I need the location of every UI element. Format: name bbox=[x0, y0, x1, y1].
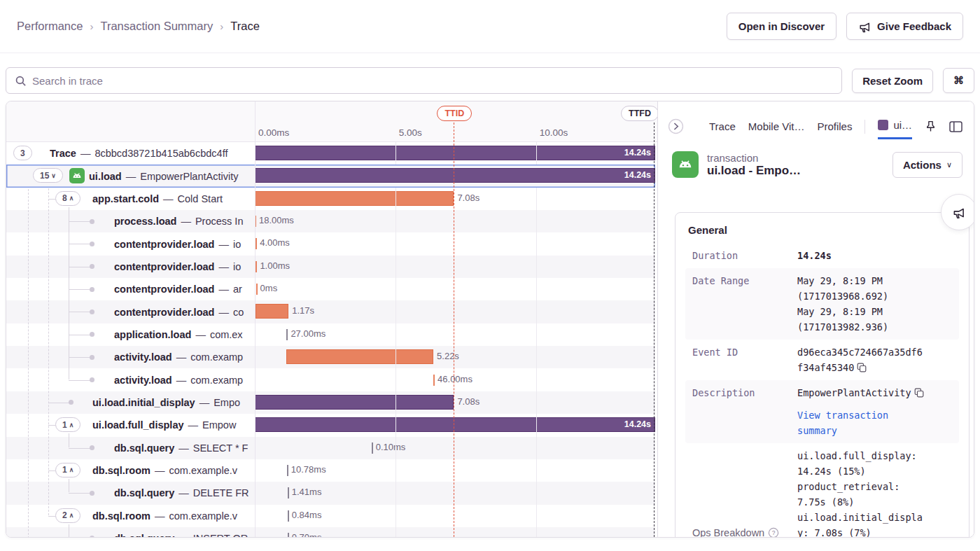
layout-left-icon[interactable] bbox=[949, 121, 962, 132]
span-bar[interactable]: 14.24s bbox=[255, 168, 655, 183]
span-bar[interactable] bbox=[255, 395, 454, 410]
span-op: db.sql.query bbox=[114, 442, 174, 454]
row-expand-pill[interactable]: 1∧ bbox=[55, 417, 80, 432]
drawer-tab-mobilevit[interactable]: Mobile Vit… bbox=[748, 120, 805, 139]
span-description: com.ex bbox=[210, 329, 243, 340]
kv-value: May 29, 8:19 PM (1717013968.692) May 29,… bbox=[797, 273, 952, 335]
span-separator: — bbox=[195, 329, 206, 340]
trace-row[interactable]: 3Trace—8cbbcd38721b415ab6cbdc4ff14.24s bbox=[6, 142, 655, 165]
kv-value: ui.load.full_display: 14.24s (15%)produc… bbox=[797, 448, 952, 538]
row-expand-pill[interactable]: 3 bbox=[13, 146, 32, 160]
tree-connector bbox=[69, 493, 92, 494]
trace-row[interactable]: db.sql.query—DELETE FR1.41ms bbox=[6, 482, 655, 504]
span-tick[interactable] bbox=[256, 284, 258, 295]
tree-connector bbox=[69, 267, 92, 267]
span-description: co bbox=[233, 307, 244, 318]
tab-label: ui… bbox=[893, 119, 912, 131]
drawer-tab-trace[interactable]: Trace bbox=[709, 120, 736, 139]
search-input[interactable] bbox=[32, 75, 833, 87]
trace-row[interactable]: activity.load—com.examp5.22s bbox=[6, 346, 655, 368]
span-tick[interactable] bbox=[433, 375, 435, 386]
span-bar[interactable] bbox=[255, 304, 288, 319]
span-tick[interactable] bbox=[288, 533, 289, 538]
tree-guide-line bbox=[28, 165, 29, 538]
help-icon[interactable]: ? bbox=[768, 527, 779, 538]
pin-icon[interactable] bbox=[925, 120, 937, 132]
collapse-panel-button[interactable] bbox=[668, 118, 684, 134]
kv-value: 14.24s bbox=[797, 248, 952, 263]
trace-row[interactable]: 1∧ui.load.full_display—Empow14.24s bbox=[6, 414, 655, 436]
span-bar[interactable]: 14.24s bbox=[255, 417, 655, 432]
span-op: ui.load.full_display bbox=[92, 419, 184, 431]
chevron-up-icon: ∧ bbox=[69, 512, 74, 519]
span-separator: — bbox=[218, 239, 229, 250]
row-expand-pill[interactable]: 8∧ bbox=[55, 191, 80, 206]
copy-icon[interactable] bbox=[914, 388, 924, 398]
tree-leaf-dot bbox=[90, 445, 94, 450]
trace-row[interactable]: activity.load—com.examp46.00ms bbox=[6, 369, 655, 391]
span-bar[interactable] bbox=[286, 349, 433, 364]
trace-row[interactable]: contentprovider.load—ar0ms bbox=[6, 278, 655, 300]
trace-row[interactable]: 15∨ui.load—EmpowerPlantActivity14.24s bbox=[6, 165, 655, 187]
timeline-cell: 46.00ms bbox=[255, 369, 655, 391]
span-bar[interactable]: 14.24s bbox=[255, 146, 655, 160]
duration-label: 14.24s bbox=[624, 170, 651, 180]
span-tick[interactable] bbox=[288, 487, 289, 498]
duration-label: 7.08s bbox=[457, 396, 479, 407]
tree-leaf-dot bbox=[90, 536, 94, 538]
span-tick[interactable] bbox=[255, 261, 257, 272]
span-description: com.example.v bbox=[169, 465, 237, 476]
span-tick[interactable] bbox=[287, 465, 288, 476]
span-description: io bbox=[233, 261, 241, 272]
trace-row[interactable]: db.sql.query—INSERT OR0.70ms bbox=[6, 527, 655, 538]
timeline-cell: 18.00ms bbox=[255, 210, 655, 232]
trace-row[interactable]: 8∧app.start.cold—Cold Start7.08s bbox=[6, 188, 655, 210]
trace-row[interactable]: 2∧db.sql.room—com.example.v0.84ms bbox=[6, 505, 655, 527]
row-expand-pill[interactable]: 2∧ bbox=[55, 508, 80, 523]
trace-row[interactable]: application.load—com.ex27.00ms bbox=[6, 323, 655, 346]
open-in-discover-button[interactable]: Open in Discover bbox=[727, 13, 836, 40]
duration-label: 46.00ms bbox=[438, 374, 472, 384]
trace-row[interactable]: process.load—Process In18.00ms bbox=[6, 210, 655, 232]
span-tick[interactable] bbox=[372, 442, 373, 454]
timeline-cell: 14.24s bbox=[255, 165, 655, 187]
span-description: EmpowerPlantActivity bbox=[140, 171, 238, 182]
trace-row[interactable]: contentprovider.load—co1.17s bbox=[6, 300, 655, 323]
drawer-tab-profiles[interactable]: Profiles bbox=[817, 120, 852, 139]
give-feedback-button[interactable]: Give Feedback bbox=[846, 13, 963, 40]
trace-row[interactable]: db.sql.query—SELECT * F0.10ms bbox=[6, 437, 655, 459]
span-separator: — bbox=[218, 261, 229, 272]
timeline-gridline bbox=[396, 130, 396, 537]
feedback-float-button[interactable] bbox=[941, 194, 974, 230]
span-op: contentprovider.load bbox=[114, 307, 214, 318]
child-count: 8 bbox=[62, 193, 67, 203]
trace-row[interactable]: contentprovider.load—io4.00ms bbox=[6, 232, 655, 255]
trace-row[interactable]: contentprovider.load—io1.00ms bbox=[6, 256, 655, 278]
copy-icon[interactable] bbox=[857, 363, 867, 372]
row-expand-pill[interactable]: 15∨ bbox=[33, 168, 63, 183]
give-feedback-label: Give Feedback bbox=[877, 20, 951, 32]
span-tick[interactable] bbox=[288, 510, 289, 522]
shortcut-button[interactable]: ⌘ bbox=[943, 68, 974, 93]
span-tick[interactable] bbox=[286, 329, 288, 340]
trace-row[interactable]: ui.load.initial_display—Empo7.08s bbox=[6, 391, 655, 414]
trace-row[interactable]: 1∧db.sql.room—com.example.v10.78ms bbox=[6, 459, 655, 482]
duration-label: 18.00ms bbox=[259, 215, 294, 225]
view-transaction-summary-link[interactable]: View transaction summary bbox=[797, 407, 952, 438]
tree-guide-line bbox=[69, 433, 69, 447]
actions-button[interactable]: Actions ∨ bbox=[892, 152, 962, 178]
reset-zoom-button[interactable]: Reset Zoom bbox=[852, 69, 933, 93]
breadcrumb-item[interactable]: Performance bbox=[17, 20, 83, 33]
search-box[interactable] bbox=[6, 67, 842, 94]
tree-connector bbox=[48, 516, 55, 517]
tree-guide-line bbox=[69, 524, 69, 538]
span-op: ui.load bbox=[89, 171, 122, 182]
row-expand-pill[interactable]: 1∧ bbox=[55, 463, 80, 477]
breadcrumb-item[interactable]: Transaction Summary bbox=[100, 20, 213, 33]
span-description: Empow bbox=[202, 419, 236, 431]
drawer-tab-ui[interactable]: ui… bbox=[878, 119, 912, 139]
span-description: ar bbox=[233, 284, 242, 295]
span-description: Empo bbox=[214, 397, 240, 408]
span-bar[interactable] bbox=[255, 191, 454, 206]
span-tick[interactable] bbox=[255, 238, 257, 249]
